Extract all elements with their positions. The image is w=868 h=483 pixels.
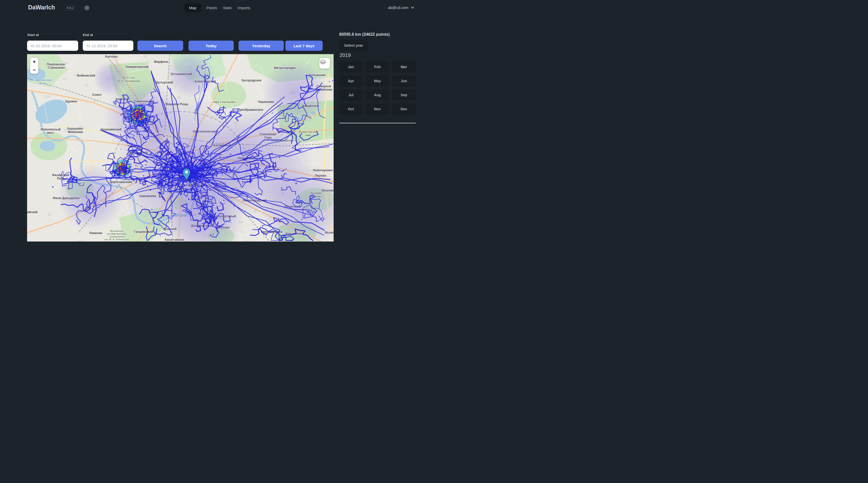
month-button-jan[interactable]: Jan	[339, 61, 363, 72]
map-label: Сокол	[92, 93, 102, 96]
zoom-out-button[interactable]: −	[30, 66, 38, 74]
month-button-oct[interactable]: Oct	[339, 103, 363, 115]
month-button-apr[interactable]: Apr	[339, 75, 363, 87]
map-label: Щукино	[65, 100, 78, 103]
today-button[interactable]: Today	[188, 41, 234, 51]
layers-icon	[319, 58, 327, 65]
month-button-sep[interactable]: Sep	[392, 89, 415, 101]
month-button-nov[interactable]: Nov	[366, 103, 389, 115]
app-logo[interactable]: DaWarIch	[28, 4, 55, 11]
map-label: Марфино	[154, 60, 168, 64]
end-at-label: End at	[83, 33, 93, 37]
select-year-button[interactable]: Select year	[339, 40, 368, 51]
tab-imports[interactable]: Imports	[237, 3, 251, 12]
month-button-may[interactable]: May	[366, 75, 389, 87]
month-button-feb[interactable]: Feb	[366, 61, 389, 72]
tab-points[interactable]: Points	[206, 3, 218, 12]
month-button-jun[interactable]: Jun	[392, 75, 415, 87]
version-badge: 0.5.2	[64, 5, 77, 10]
map-label: Коптево	[105, 55, 118, 59]
map-label: Богородское	[242, 78, 261, 82]
end-date-input[interactable]	[83, 41, 133, 51]
sun-icon	[84, 5, 90, 11]
month-button-mar[interactable]: Mar	[392, 61, 415, 72]
sidebar-divider	[339, 123, 416, 123]
map-label: Раменки	[89, 231, 102, 235]
theme-toggle-button[interactable]	[84, 5, 90, 11]
zoom-control: + −	[30, 58, 38, 74]
start-at-label: Start at	[27, 33, 39, 37]
map-label: Покровское-Стрешнево	[47, 63, 66, 69]
map-tiles: КоптевоПокровское-СтрешневоТимирязевский…	[27, 54, 334, 242]
last-7-days-button[interactable]: Last 7 days	[285, 41, 322, 51]
user-menu[interactable]: ab@cd.com	[388, 5, 414, 10]
tab-stats[interactable]: Stats	[222, 3, 232, 12]
month-button-jul[interactable]: Jul	[339, 89, 363, 101]
map-label: Войковский	[77, 74, 95, 77]
main-nav: MapPointsStatsImports	[184, 3, 251, 12]
year-heading: 2019	[340, 52, 351, 58]
start-date-input[interactable]	[27, 41, 78, 51]
month-button-dec[interactable]: Dec	[392, 103, 415, 115]
layers-control[interactable]	[319, 58, 330, 69]
zoom-in-button[interactable]: +	[30, 58, 38, 66]
month-grid: JanFebMarAprMayJunJulAugSepOctNovDec	[339, 61, 415, 115]
map-label: айский	[27, 211, 37, 214]
map-label: Тимирязевский	[125, 65, 149, 69]
map-container[interactable]: КоптевоПокровское-СтрешневоТимирязевский…	[27, 54, 334, 242]
yesterday-button[interactable]: Yesterday	[239, 41, 284, 51]
distance-stats: 80595.6 km (24622 points)	[339, 32, 390, 37]
user-email: ab@cd.com	[388, 5, 408, 10]
tab-map[interactable]: Map	[184, 3, 201, 12]
chevron-down-icon	[411, 6, 414, 9]
map-label: Хорошёво-Мнёвники	[67, 127, 84, 134]
search-button[interactable]: Search	[137, 41, 183, 51]
month-button-aug[interactable]: Aug	[366, 89, 389, 101]
